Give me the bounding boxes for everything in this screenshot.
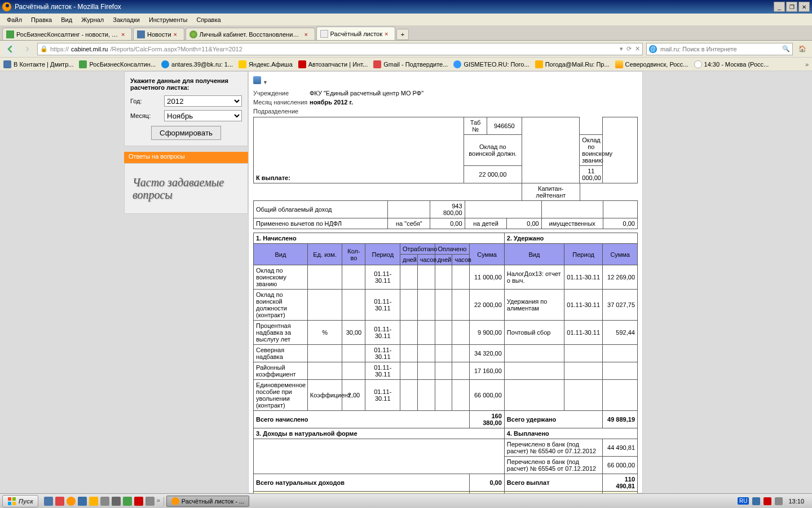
window-title: Расчётный листок - Mozilla Firefox bbox=[15, 3, 774, 11]
faq-box[interactable]: Часто задаваемые вопросы bbox=[124, 163, 248, 214]
bookmark-item[interactable]: Автозапчасти | Инт... bbox=[298, 60, 368, 68]
ql-icon[interactable] bbox=[78, 497, 87, 506]
month-select[interactable]: Ноябрь bbox=[164, 110, 242, 121]
bookmark-item[interactable]: 14:30 - Москва (Росс... bbox=[694, 60, 769, 68]
clock[interactable]: 13:10 bbox=[786, 498, 806, 505]
ql-icon[interactable] bbox=[67, 497, 76, 506]
quick-launch: » bbox=[41, 497, 164, 506]
faq-bar[interactable]: Ответы на вопросы bbox=[124, 152, 248, 163]
report-toolbar: ▼ bbox=[253, 76, 638, 85]
bookmark-item[interactable]: antares.39@bk.ru: 1... bbox=[161, 60, 233, 68]
bookmark-item[interactable]: Северодвинск, Росс... bbox=[615, 60, 689, 68]
menu-file[interactable]: Файл bbox=[2, 15, 27, 24]
forward-button[interactable] bbox=[20, 42, 34, 56]
tab-0[interactable]: РосБизнесКонсалтинг - новости, акции... … bbox=[2, 28, 132, 40]
search-icon[interactable]: 🔍 bbox=[782, 45, 790, 52]
new-tab-button[interactable]: + bbox=[396, 29, 409, 40]
feed-icon[interactable]: ▾ bbox=[620, 45, 623, 52]
ql-icon[interactable] bbox=[123, 497, 132, 506]
close-icon[interactable]: × bbox=[121, 31, 128, 38]
search-box[interactable]: @ 🔍 bbox=[646, 43, 793, 55]
minimize-button[interactable]: _ bbox=[774, 2, 785, 12]
tab-strip: РосБизнесКонсалтинг - новости, акции... … bbox=[0, 26, 812, 41]
task-button[interactable]: Расчётный листок - ... bbox=[166, 496, 249, 507]
close-button[interactable]: ✕ bbox=[798, 2, 810, 12]
unit-label: Подразделение bbox=[253, 108, 310, 115]
tab-1[interactable]: Новости × bbox=[133, 28, 184, 40]
menu-tools[interactable]: Инструменты bbox=[144, 15, 192, 24]
svg-rect-0 bbox=[8, 497, 11, 501]
table-row: Оклад по воинской должности (контракт)01… bbox=[254, 290, 638, 321]
url-bar[interactable]: 🔒 https://cabinet.mil.ru/Reports/CalcFor… bbox=[37, 43, 643, 55]
rbc-icon bbox=[79, 60, 87, 68]
taskbar: Пуск » Расчётный листок - ... RU 13:10 bbox=[0, 493, 812, 508]
report-panel: ▼ УчреждениеФКУ "Единый расчетный центр … bbox=[248, 71, 643, 493]
bookmarks-overflow[interactable]: » bbox=[805, 61, 809, 68]
ql-icon[interactable] bbox=[145, 497, 155, 506]
filter-panel: Укажите данные для получения расчетного … bbox=[124, 71, 248, 146]
back-button[interactable] bbox=[3, 42, 17, 56]
home-button[interactable]: 🏠 bbox=[796, 43, 809, 55]
reload-icon[interactable]: ⟳ bbox=[626, 45, 632, 52]
ql-overflow[interactable]: » bbox=[157, 497, 160, 506]
bookmark-item[interactable]: РосБизнесКонсалтин... bbox=[79, 60, 156, 68]
month-label: Месяц: bbox=[130, 112, 164, 119]
bookmark-item[interactable]: GISMETEO.RU: Пого... bbox=[453, 60, 529, 68]
menu-history[interactable]: Журнал bbox=[77, 15, 108, 24]
search-input[interactable] bbox=[660, 46, 779, 52]
table-row: Перечислено в банк (под расчет) № 65540 … bbox=[254, 439, 638, 457]
save-icon[interactable] bbox=[253, 76, 261, 84]
table-row: Единовременное пособие при увольнении (к… bbox=[254, 380, 638, 411]
table-row: Всего натуральных доходов 0,00 Всего вып… bbox=[254, 474, 638, 492]
language-indicator[interactable]: RU bbox=[738, 497, 749, 505]
system-tray: RU 13:10 bbox=[734, 497, 810, 505]
table-row: Процентная надбавка за выслугу лет%30,00… bbox=[254, 321, 638, 345]
weather-icon bbox=[535, 60, 543, 68]
menu-help[interactable]: Справка bbox=[192, 15, 225, 24]
table-row: Долг за сотрудником на начало месяца 0,0… bbox=[254, 492, 638, 494]
dropdown-icon[interactable]: ▼ bbox=[263, 80, 268, 85]
menu-edit[interactable]: Правка bbox=[27, 15, 56, 24]
restore-button[interactable]: ❐ bbox=[786, 2, 797, 12]
close-icon[interactable]: × bbox=[385, 30, 391, 37]
svg-rect-1 bbox=[12, 497, 16, 501]
vk-icon bbox=[3, 60, 11, 68]
income-table: Общий облагаемый доход 943 800,00 Примен… bbox=[253, 200, 638, 229]
table-row: Северная надбавка01.11-30.1134 320,00 bbox=[254, 345, 638, 362]
rbc-icon bbox=[6, 30, 14, 38]
tray-icon[interactable] bbox=[752, 497, 760, 505]
lock-icon: 🔒 bbox=[40, 45, 48, 52]
page-icon bbox=[320, 30, 328, 38]
firefox-icon bbox=[171, 497, 179, 505]
tab-2[interactable]: Личный кабинет. Восстановление пар... × bbox=[186, 28, 315, 40]
ql-icon[interactable] bbox=[89, 497, 98, 506]
start-button[interactable]: Пуск bbox=[2, 495, 38, 507]
faq-text: Часто задаваемые вопросы bbox=[133, 176, 240, 201]
ql-icon[interactable] bbox=[112, 497, 121, 506]
menu-bookmarks[interactable]: Закладки bbox=[108, 15, 144, 24]
bookmark-item[interactable]: Яндекс.Афиша bbox=[239, 60, 293, 68]
bookmark-item[interactable]: В Контакте | Дмитр... bbox=[3, 60, 73, 68]
year-select[interactable]: 2012 bbox=[164, 95, 242, 107]
bookmark-item[interactable]: Gmail - Подтвердите... bbox=[373, 60, 448, 68]
nav-bar: 🔒 https://cabinet.mil.ru/Reports/CalcFor… bbox=[0, 41, 812, 58]
tab-3[interactable]: Расчётный листок × bbox=[316, 27, 395, 40]
stop-icon[interactable]: ✕ bbox=[635, 45, 640, 52]
ql-icon[interactable] bbox=[134, 497, 143, 506]
menu-view[interactable]: Вид bbox=[56, 15, 77, 24]
table-row: Всего начислено 160 380,00 Всего удержан… bbox=[254, 411, 638, 428]
ql-icon[interactable] bbox=[44, 497, 53, 506]
submit-button[interactable]: Сформировать bbox=[151, 126, 221, 140]
firefox-icon bbox=[2, 2, 11, 11]
close-icon[interactable]: × bbox=[174, 31, 180, 38]
ql-icon[interactable] bbox=[100, 497, 109, 506]
ql-icon[interactable] bbox=[55, 497, 64, 506]
tray-icon[interactable] bbox=[775, 497, 783, 505]
institution-label: Учреждение bbox=[253, 90, 310, 97]
close-icon[interactable]: × bbox=[304, 31, 311, 38]
tray-icon[interactable] bbox=[764, 497, 771, 505]
main-table: 1. Начислено 2. Удержано Вид Ед. изм. Ко… bbox=[253, 233, 638, 493]
vk-icon bbox=[137, 30, 145, 38]
sun-icon bbox=[615, 60, 623, 68]
bookmark-item[interactable]: Погода@Mail.Ru: Пр... bbox=[535, 60, 610, 68]
